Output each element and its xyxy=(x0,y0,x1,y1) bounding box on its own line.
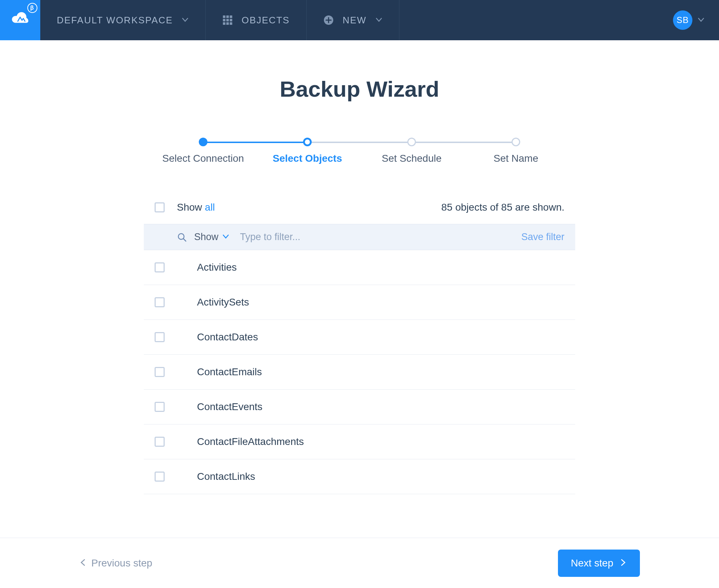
object-checkbox[interactable] xyxy=(155,402,165,412)
workspace-label: DEFAULT WORKSPACE xyxy=(57,15,173,26)
chevron-down-icon xyxy=(222,231,229,243)
object-row[interactable]: ContactEvents xyxy=(144,390,575,424)
chevron-down-icon xyxy=(697,15,705,26)
svg-rect-4 xyxy=(226,19,229,22)
object-name: ContactEmails xyxy=(197,366,262,378)
previous-step-label: Previous step xyxy=(91,557,152,569)
object-checkbox[interactable] xyxy=(155,367,165,377)
nav-objects-label: OBJECTS xyxy=(242,15,290,26)
chevron-down-icon xyxy=(182,15,189,26)
step-dot xyxy=(199,138,207,146)
object-row[interactable]: Activities xyxy=(144,250,575,285)
page-title: Backup Wizard xyxy=(144,76,575,102)
nav-objects[interactable]: OBJECTS xyxy=(206,0,307,40)
search-icon xyxy=(177,232,187,242)
next-step-label: Next step xyxy=(571,557,613,569)
step-label: Select Objects xyxy=(255,153,360,164)
save-filter-link[interactable]: Save filter xyxy=(521,231,564,243)
filter-show-dropdown[interactable]: Show xyxy=(194,231,229,243)
object-name: Activities xyxy=(197,262,237,273)
step-dot xyxy=(407,138,416,146)
object-row[interactable]: ContactLinks xyxy=(144,459,575,494)
objects-count: 85 objects of 85 are shown. xyxy=(441,202,564,213)
object-checkbox[interactable] xyxy=(155,297,165,307)
step-dot xyxy=(512,138,520,146)
svg-rect-0 xyxy=(223,15,225,18)
show-scope: all xyxy=(205,202,215,213)
object-row[interactable]: ContactEmails xyxy=(144,355,575,390)
plus-circle-icon xyxy=(323,15,334,26)
select-all-checkbox[interactable] xyxy=(155,202,165,212)
object-name: ActivitySets xyxy=(197,297,249,308)
step-select-connection[interactable]: Select Connection xyxy=(151,138,255,164)
filter-bar: Show Save filter xyxy=(144,224,575,250)
step-set-schedule[interactable]: Set Schedule xyxy=(360,138,464,164)
chevron-left-icon xyxy=(79,557,87,569)
object-checkbox[interactable] xyxy=(155,332,165,342)
beta-badge: β xyxy=(27,3,37,13)
object-list: Show all 85 objects of 85 are shown. Sho… xyxy=(144,197,575,498)
object-checkbox[interactable] xyxy=(155,472,165,482)
object-name: ContactDates xyxy=(197,331,258,343)
svg-rect-3 xyxy=(223,19,225,22)
next-step-button[interactable]: Next step xyxy=(558,550,640,577)
workspace-switcher[interactable]: DEFAULT WORKSPACE xyxy=(40,0,206,40)
nav-new-label: NEW xyxy=(343,15,367,26)
step-label: Select Connection xyxy=(151,153,255,164)
previous-step-button[interactable]: Previous step xyxy=(79,557,152,569)
object-name: ContactFileAttachments xyxy=(197,436,304,447)
object-row[interactable]: ContactFileAttachments xyxy=(144,424,575,459)
user-menu[interactable]: SB xyxy=(659,0,719,40)
svg-rect-6 xyxy=(223,22,225,25)
object-checkbox[interactable] xyxy=(155,437,165,447)
object-row[interactable]: ContactDates xyxy=(144,320,575,355)
brand-logo[interactable]: β xyxy=(0,0,40,40)
wizard-footer: Previous step Next step xyxy=(0,538,719,588)
object-rows[interactable]: ActivitiesActivitySetsContactDatesContac… xyxy=(144,250,575,498)
svg-rect-7 xyxy=(226,22,229,25)
filter-show-label: Show xyxy=(194,231,219,243)
step-label: Set Schedule xyxy=(360,153,464,164)
step-dot xyxy=(303,138,312,146)
object-name: ContactLinks xyxy=(197,471,255,482)
svg-rect-5 xyxy=(230,19,232,22)
top-nav: β DEFAULT WORKSPACE OBJECTS NEW xyxy=(0,0,719,40)
svg-rect-2 xyxy=(230,15,232,18)
chevron-down-icon xyxy=(375,15,383,26)
nav-new[interactable]: NEW xyxy=(307,0,399,40)
object-name: ContactEvents xyxy=(197,401,262,413)
show-all-toggle[interactable]: Show all xyxy=(177,202,215,213)
chevron-right-icon xyxy=(619,557,627,569)
grid-icon xyxy=(222,15,233,26)
wizard-stepper: Select Connection Select Objects Set Sch… xyxy=(151,138,568,164)
cloud-icon xyxy=(10,9,30,32)
step-select-objects[interactable]: Select Objects xyxy=(255,138,360,164)
object-checkbox[interactable] xyxy=(155,262,165,272)
filter-input[interactable] xyxy=(240,231,521,243)
svg-rect-8 xyxy=(230,22,232,25)
show-word: Show xyxy=(177,202,205,213)
object-row[interactable]: ActivitySets xyxy=(144,285,575,320)
avatar: SB xyxy=(673,10,692,30)
step-set-name[interactable]: Set Name xyxy=(464,138,568,164)
svg-rect-1 xyxy=(226,15,229,18)
step-label: Set Name xyxy=(464,153,568,164)
